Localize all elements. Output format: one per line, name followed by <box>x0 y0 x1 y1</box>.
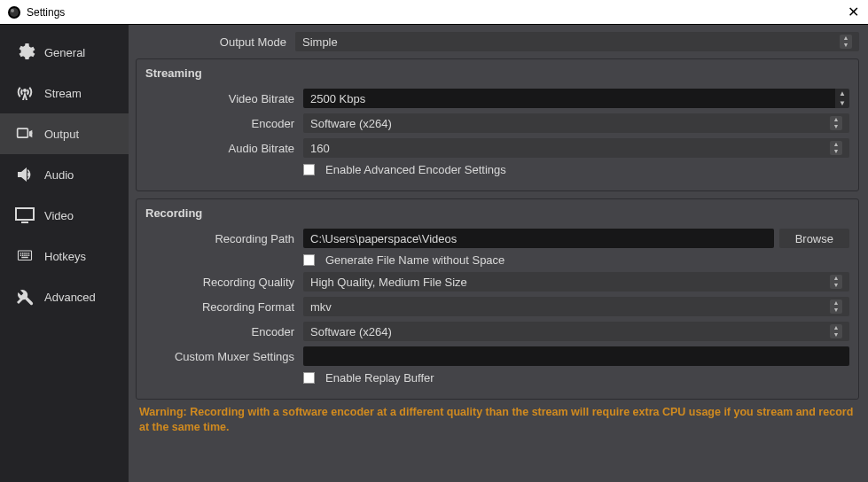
tools-icon <box>12 284 37 309</box>
recording-path-input[interactable] <box>303 229 774 248</box>
streaming-title: Streaming <box>145 66 849 80</box>
svg-point-2 <box>11 9 14 12</box>
video-bitrate-input[interactable] <box>303 89 835 108</box>
sidebar-item-hotkeys[interactable]: Hotkeys <box>0 236 129 276</box>
sidebar-item-label: Audio <box>44 168 74 182</box>
chevron-updown-icon: ▲▼ <box>830 141 842 155</box>
recording-format-select[interactable]: mkv ▲▼ <box>303 297 849 316</box>
svg-rect-15 <box>28 255 30 257</box>
output-mode-label: Output Mode <box>136 35 295 49</box>
muxer-label: Custom Muxer Settings <box>144 350 303 363</box>
recording-path-label: Recording Path <box>144 232 303 245</box>
audio-bitrate-select[interactable]: 160 ▲▼ <box>303 138 849 158</box>
sidebar-item-output[interactable]: Output <box>0 113 129 154</box>
gen-filename-label: Generate File Name without Space <box>325 253 504 267</box>
rec-encoder-select[interactable]: Software (x264) ▲▼ <box>303 322 849 341</box>
recording-title: Recording <box>145 206 849 220</box>
svg-rect-3 <box>18 128 28 137</box>
enable-advanced-checkbox[interactable] <box>303 164 315 175</box>
chevron-updown-icon: ▲▼ <box>830 324 842 338</box>
recording-format-label: Recording Format <box>144 300 303 314</box>
obs-logo-icon <box>7 5 21 19</box>
enable-advanced-label: Enable Advanced Encoder Settings <box>325 163 506 176</box>
output-icon <box>12 121 37 146</box>
svg-rect-6 <box>20 253 22 254</box>
output-mode-row: Output Mode Simple ▲▼ <box>136 32 859 51</box>
close-icon[interactable]: ✕ <box>848 4 859 20</box>
antenna-icon <box>12 81 37 105</box>
svg-point-1 <box>10 8 19 17</box>
svg-rect-7 <box>22 253 24 254</box>
svg-rect-10 <box>28 253 30 254</box>
speaker-icon <box>12 162 37 187</box>
svg-rect-12 <box>22 255 24 257</box>
warning-text: Warning: Recording with a software encod… <box>136 400 859 439</box>
sidebar-item-audio[interactable]: Audio <box>0 154 129 195</box>
svg-rect-4 <box>16 208 34 220</box>
output-mode-select[interactable]: Simple ▲▼ <box>295 32 859 51</box>
sidebar-item-general[interactable]: General <box>0 32 129 73</box>
svg-rect-9 <box>27 253 28 254</box>
keyboard-icon <box>12 244 37 268</box>
svg-rect-13 <box>24 255 26 257</box>
sidebar-item-label: Video <box>44 209 74 222</box>
sidebar-item-label: Output <box>44 128 79 141</box>
monitor-icon <box>12 203 37 228</box>
titlebar: Settings ✕ <box>0 0 868 25</box>
rec-encoder-label: Encoder <box>144 325 303 338</box>
window-title: Settings <box>27 6 65 19</box>
recording-quality-label: Recording Quality <box>144 276 303 289</box>
sidebar: General Stream Output Audio Video <box>0 25 129 482</box>
chevron-updown-icon: ▲▼ <box>840 35 852 49</box>
svg-rect-11 <box>20 255 22 257</box>
spin-buttons[interactable]: ▲▼ <box>835 89 849 108</box>
muxer-input[interactable] <box>303 346 849 366</box>
chevron-updown-icon: ▲▼ <box>830 275 842 289</box>
gear-icon <box>12 40 37 65</box>
stream-encoder-select[interactable]: Software (x264) ▲▼ <box>303 113 849 133</box>
svg-rect-14 <box>27 255 28 257</box>
svg-rect-8 <box>24 253 26 254</box>
video-bitrate-spin[interactable]: ▲▼ <box>303 89 849 108</box>
app-body: General Stream Output Audio Video <box>0 25 868 482</box>
video-bitrate-label: Video Bitrate <box>144 92 303 105</box>
chevron-updown-icon: ▲▼ <box>830 116 842 130</box>
streaming-group: Streaming Video Bitrate ▲▼ Encoder Softw… <box>136 58 859 191</box>
sidebar-item-advanced[interactable]: Advanced <box>0 276 129 317</box>
sidebar-item-stream[interactable]: Stream <box>0 73 129 113</box>
sidebar-item-label: General <box>44 46 85 59</box>
audio-bitrate-label: Audio Bitrate <box>144 142 303 155</box>
sidebar-item-label: Advanced <box>44 291 96 304</box>
replay-buffer-label: Enable Replay Buffer <box>325 371 434 385</box>
chevron-updown-icon: ▲▼ <box>830 299 842 314</box>
stream-encoder-label: Encoder <box>144 117 303 130</box>
svg-rect-16 <box>21 257 28 259</box>
sidebar-item-label: Stream <box>44 87 82 100</box>
sidebar-item-video[interactable]: Video <box>0 195 129 236</box>
recording-group: Recording Recording Path Browse Generate… <box>136 198 859 400</box>
gen-filename-checkbox[interactable] <box>303 254 315 266</box>
main-panel: Output Mode Simple ▲▼ Streaming Video Bi… <box>129 25 868 482</box>
recording-quality-select[interactable]: High Quality, Medium File Size ▲▼ <box>303 272 849 292</box>
browse-button[interactable]: Browse <box>779 229 849 248</box>
replay-buffer-checkbox[interactable] <box>303 372 315 384</box>
sidebar-item-label: Hotkeys <box>44 250 86 263</box>
